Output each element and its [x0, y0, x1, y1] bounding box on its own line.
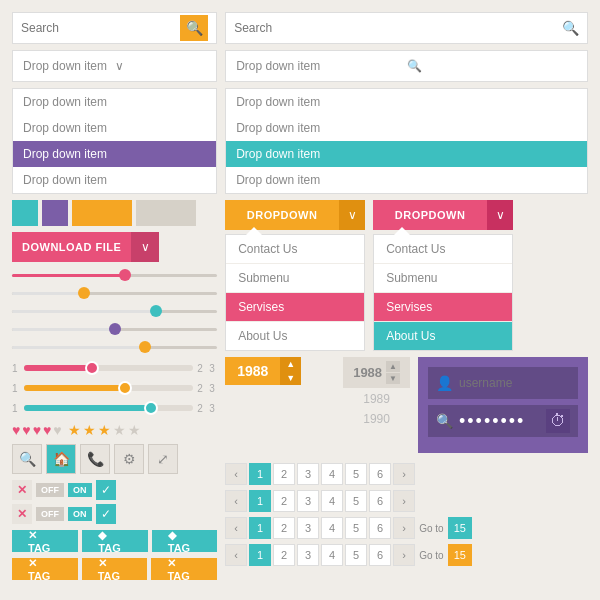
toggle-x-icon[interactable]: ✕ [12, 504, 32, 524]
slider-track[interactable] [12, 310, 217, 313]
search-input-2[interactable] [234, 21, 556, 35]
page-button-2[interactable]: 2 [273, 517, 295, 539]
page-button-4[interactable]: 4 [321, 463, 343, 485]
dropdown-select-2[interactable]: Drop down item 🔍 [225, 50, 588, 82]
prev-page-button[interactable]: ‹ [225, 517, 247, 539]
menu-item[interactable]: Contact Us [374, 235, 512, 264]
tag-orange-3[interactable]: ✕ TAG [151, 558, 217, 580]
tag-orange-1[interactable]: ✕ TAG [12, 558, 78, 580]
heart-filled[interactable]: ♥ [12, 422, 20, 438]
menu-item-active[interactable]: Servises [226, 293, 364, 322]
page-button-3[interactable]: 3 [297, 490, 319, 512]
goto-button-orange[interactable]: 15 [448, 544, 472, 566]
next-page-button[interactable]: › [393, 544, 415, 566]
page-button-5[interactable]: 5 [345, 544, 367, 566]
toggle-off-label[interactable]: OFF [36, 483, 64, 497]
scroll-item-1989[interactable]: 1989 [361, 390, 392, 408]
page-button-3[interactable]: 3 [297, 463, 319, 485]
num-track[interactable] [24, 385, 193, 391]
prev-page-button[interactable]: ‹ [225, 463, 247, 485]
slider-track[interactable] [12, 292, 217, 295]
menu-item[interactable]: Submenu [226, 264, 364, 293]
star-rating[interactable]: ★ ★ ★ ★ ★ [68, 422, 141, 438]
spinner-2-down[interactable]: ▼ [386, 373, 400, 384]
page-button-6[interactable]: 6 [369, 490, 391, 512]
dropdown-select-1[interactable]: Drop down item ∨ [12, 50, 217, 82]
menu-item-active[interactable]: Servises [374, 293, 512, 322]
expand-icon-box[interactable]: ⤢ [148, 444, 178, 474]
username-input[interactable] [459, 376, 600, 390]
page-button-1[interactable]: 1 [249, 517, 271, 539]
list-item[interactable]: Drop down item [226, 167, 587, 193]
heart-filled[interactable]: ♥ [22, 422, 30, 438]
list-item-active[interactable]: Drop down item [13, 141, 216, 167]
download-chevron-icon[interactable]: ∨ [131, 232, 159, 262]
goto-button-teal[interactable]: 15 [448, 517, 472, 539]
page-button-3[interactable]: 3 [297, 544, 319, 566]
page-button-2[interactable]: 2 [273, 544, 295, 566]
menu-item-about[interactable]: About Us [374, 322, 512, 350]
menu-item[interactable]: Contact Us [226, 235, 364, 264]
login-submit-button[interactable]: ⏱ [546, 409, 570, 433]
spinner-down-button[interactable]: ▼ [280, 371, 301, 385]
color-block-teal[interactable] [12, 200, 38, 226]
toggle-check-icon[interactable]: ✓ [96, 480, 116, 500]
page-button-2[interactable]: 2 [273, 490, 295, 512]
page-button-4[interactable]: 4 [321, 544, 343, 566]
star-filled[interactable]: ★ [83, 422, 96, 438]
heart-filled[interactable]: ♥ [43, 422, 51, 438]
dd-btn-orange[interactable]: DROPDOWN ∨ [225, 200, 365, 230]
list-item[interactable]: Drop down item [13, 89, 216, 115]
list-item-active[interactable]: Drop down item [226, 141, 587, 167]
tag-teal-2[interactable]: ◆ TAG [82, 530, 147, 552]
phone-icon-box[interactable]: 📞 [80, 444, 110, 474]
search-button-1[interactable]: 🔍 [180, 15, 208, 41]
star-filled[interactable]: ★ [98, 422, 111, 438]
toggle-x-icon[interactable]: ✕ [12, 480, 32, 500]
page-button-3[interactable]: 3 [297, 517, 319, 539]
list-item[interactable]: Drop down item [226, 115, 587, 141]
heart-filled[interactable]: ♥ [33, 422, 41, 438]
color-block-gray[interactable] [136, 200, 196, 226]
prev-page-button[interactable]: ‹ [225, 544, 247, 566]
toggle-check-icon[interactable]: ✓ [96, 504, 116, 524]
spinner-up-button[interactable]: ▲ [280, 357, 301, 371]
prev-page-button[interactable]: ‹ [225, 490, 247, 512]
tag-teal-3[interactable]: ◆ TAG [152, 530, 217, 552]
list-item[interactable]: Drop down item [226, 89, 587, 115]
star-empty[interactable]: ★ [113, 422, 126, 438]
page-button-1[interactable]: 1 [249, 490, 271, 512]
slider-track[interactable] [12, 346, 217, 349]
page-button-1[interactable]: 1 [249, 544, 271, 566]
star-empty[interactable]: ★ [128, 422, 141, 438]
page-button-6[interactable]: 6 [369, 463, 391, 485]
page-button-5[interactable]: 5 [345, 517, 367, 539]
tag-orange-2[interactable]: ✕ TAG [82, 558, 148, 580]
tag-teal-1[interactable]: ✕ TAG [12, 530, 78, 552]
download-file-button[interactable]: DOWNLOAD FILE ∨ [12, 232, 217, 262]
search-icon-box[interactable]: 🔍 [12, 444, 42, 474]
page-button-5[interactable]: 5 [345, 463, 367, 485]
slider-track[interactable] [12, 328, 217, 331]
next-page-button[interactable]: › [393, 463, 415, 485]
slider-track[interactable] [12, 274, 217, 277]
page-button-1[interactable]: 1 [249, 463, 271, 485]
dd-btn-pink[interactable]: DROPDOWN ∨ [373, 200, 513, 230]
heart-empty[interactable]: ♥ [53, 422, 61, 438]
dd-chevron-icon-1[interactable]: ∨ [339, 200, 365, 230]
toggle-on-label[interactable]: ON [68, 483, 92, 497]
page-button-4[interactable]: 4 [321, 517, 343, 539]
search-input-1[interactable] [21, 21, 174, 35]
menu-item[interactable]: About Us [226, 322, 364, 350]
num-track[interactable] [24, 365, 193, 371]
toggle-on-label[interactable]: ON [68, 507, 92, 521]
list-item[interactable]: Drop down item [13, 167, 216, 193]
page-button-6[interactable]: 6 [369, 517, 391, 539]
star-filled[interactable]: ★ [68, 422, 81, 438]
color-block-orange[interactable] [72, 200, 132, 226]
page-button-4[interactable]: 4 [321, 490, 343, 512]
scroll-item-1990[interactable]: 1990 [361, 410, 392, 428]
page-button-5[interactable]: 5 [345, 490, 367, 512]
toggle-off-label[interactable]: OFF [36, 507, 64, 521]
page-button-6[interactable]: 6 [369, 544, 391, 566]
